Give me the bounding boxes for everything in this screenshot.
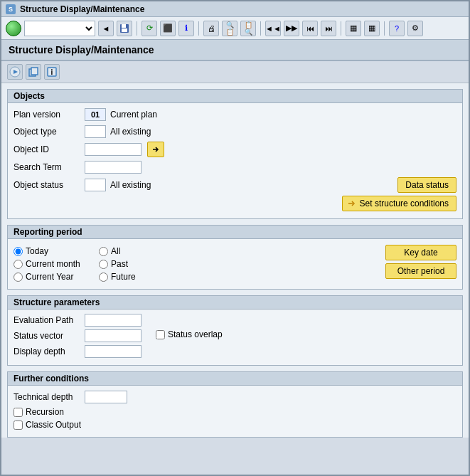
- technical-depth-input[interactable]: [85, 391, 127, 403]
- object-id-row: Object ID: [14, 142, 456, 157]
- app-icon: S: [6, 4, 16, 14]
- execute-btn[interactable]: [7, 64, 23, 80]
- technical-depth-label: Technical depth: [14, 392, 85, 402]
- further-conditions-content: Technical depth Recursion Classic Output: [8, 386, 462, 437]
- display-depth-input[interactable]: [85, 345, 141, 358]
- plan-version-input[interactable]: [85, 108, 106, 121]
- object-type-input[interactable]: [85, 125, 106, 138]
- radio-future[interactable]: [99, 273, 108, 282]
- sep4: [341, 21, 341, 36]
- search-term-label: Search Term: [14, 162, 85, 172]
- svg-rect-2: [122, 28, 127, 32]
- action-toolbar: i: [1, 61, 469, 83]
- object-status-input[interactable]: [85, 179, 106, 191]
- display-depth-row: Display depth: [14, 345, 141, 358]
- refresh-btn[interactable]: ⟳: [141, 21, 157, 36]
- classic-output-row: Classic Output: [14, 420, 456, 430]
- recursion-label: Recursion: [26, 407, 64, 417]
- sep3: [260, 21, 261, 36]
- data-status-btn[interactable]: Data status: [397, 177, 456, 193]
- radio-current-month[interactable]: [14, 260, 23, 269]
- display-depth-label: Display depth: [14, 347, 85, 356]
- radio-future-label: Future: [111, 272, 136, 282]
- copy-btn[interactable]: [26, 64, 41, 80]
- find-btn[interactable]: 🔍📋: [222, 21, 237, 36]
- struct-params-inner: Evaluation Path Status vector Display de…: [14, 314, 456, 361]
- svg-rect-5: [31, 68, 38, 75]
- technical-depth-row: Technical depth: [14, 390, 456, 404]
- plan-version-label: Plan version: [14, 110, 85, 120]
- plan-version-desc: Current plan: [110, 110, 157, 120]
- save-btn[interactable]: [117, 21, 132, 36]
- eval-path-input[interactable]: [85, 314, 141, 327]
- structure-params-content: Evaluation Path Status vector Display de…: [8, 310, 462, 365]
- settings-btn[interactable]: ⚙: [407, 21, 423, 36]
- status-vector-input[interactable]: [85, 329, 141, 342]
- radio-future-row: Future: [99, 272, 184, 282]
- set-structure-row: Set structure conditions: [14, 196, 456, 211]
- radio-today-label: Today: [26, 246, 48, 256]
- structure-params-title: Structure parameters: [8, 296, 462, 310]
- status-vector-label: Status vector: [14, 331, 85, 341]
- info-detail-btn[interactable]: i: [44, 64, 60, 80]
- status-overlap-label: Status overlap: [168, 329, 223, 339]
- radio-past[interactable]: [99, 260, 108, 269]
- last-btn[interactable]: ⏭: [321, 21, 336, 36]
- find2-btn[interactable]: 📋🔍: [240, 21, 256, 36]
- radio-all-label: All: [111, 246, 120, 256]
- command-dropdown[interactable]: [24, 21, 95, 36]
- classic-output-checkbox[interactable]: [14, 421, 23, 430]
- search-term-row: Search Term: [14, 160, 456, 174]
- reporting-section-title: Reporting period: [8, 226, 462, 239]
- first-btn[interactable]: ⏮: [302, 21, 318, 36]
- info-btn[interactable]: ℹ: [178, 21, 194, 36]
- recursion-checkbox[interactable]: [14, 408, 23, 417]
- reporting-section-content: Today All Current month: [8, 239, 462, 289]
- radio-current-year-row: Current Year: [14, 272, 99, 282]
- radio-current-year[interactable]: [14, 273, 23, 282]
- reporting-section: Reporting period Today All: [7, 225, 463, 290]
- sep2: [198, 21, 199, 36]
- objects-section-content: Plan version Current plan Object type Al…: [8, 103, 462, 218]
- print-btn[interactable]: 🖨: [203, 21, 219, 36]
- reporting-inner: Today All Current month: [14, 243, 456, 285]
- object-id-input[interactable]: [85, 143, 141, 156]
- object-type-desc: All existing: [110, 127, 151, 137]
- struct-params-right: Status overlap: [156, 314, 223, 361]
- svg-text:i: i: [51, 68, 53, 76]
- status-overlap-checkbox[interactable]: [156, 330, 165, 339]
- object-status-row: Object status All existing Data status: [14, 177, 456, 193]
- stop-btn[interactable]: ⬛: [160, 21, 176, 36]
- radio-past-label: Past: [111, 259, 128, 269]
- layout-btn[interactable]: ▦: [346, 21, 361, 36]
- radio-all[interactable]: [99, 247, 108, 256]
- structure-params-section: Structure parameters Evaluation Path Sta…: [7, 295, 463, 366]
- set-structure-btn[interactable]: Set structure conditions: [342, 196, 456, 211]
- object-id-arrow-btn[interactable]: [147, 142, 164, 157]
- radio-current-month-row: Current month: [14, 259, 99, 269]
- key-date-btn[interactable]: Key date: [385, 245, 456, 260]
- back-btn[interactable]: ◄: [98, 21, 114, 36]
- classic-output-label: Classic Output: [26, 420, 81, 430]
- window: S Structure Display/Maintenance ◄ ⟳ ⬛ ℹ …: [0, 0, 470, 476]
- objects-section-title: Objects: [8, 90, 462, 103]
- plan-version-row: Plan version Current plan: [14, 107, 456, 122]
- eval-path-label: Evaluation Path: [14, 315, 85, 325]
- ok-icon[interactable]: [6, 21, 21, 36]
- further-conditions-title: Further conditions: [8, 372, 462, 386]
- radio-today[interactable]: [14, 247, 23, 256]
- further-conditions-section: Further conditions Technical depth Recur…: [7, 371, 463, 438]
- grid-btn[interactable]: ▦: [364, 21, 380, 36]
- object-status-label: Object status: [14, 180, 85, 190]
- search-term-input[interactable]: [85, 161, 141, 174]
- help-btn[interactable]: ?: [389, 21, 405, 36]
- main-toolbar: ◄ ⟳ ⬛ ℹ 🖨 🔍📋 📋🔍 ◄◄ ▶▶ ⏮ ⏭ ▦ ▦ ? ⚙: [1, 17, 469, 40]
- status-overlap-row: Status overlap: [156, 329, 223, 339]
- set-structure-label: Set structure conditions: [360, 199, 449, 208]
- object-id-label: Object ID: [14, 144, 85, 154]
- radio-current-year-label: Current Year: [26, 272, 73, 282]
- next-btn[interactable]: ▶▶: [284, 21, 299, 36]
- prev-btn[interactable]: ◄◄: [265, 21, 281, 36]
- other-period-btn[interactable]: Other period: [385, 263, 456, 279]
- struct-params-left: Evaluation Path Status vector Display de…: [14, 314, 141, 361]
